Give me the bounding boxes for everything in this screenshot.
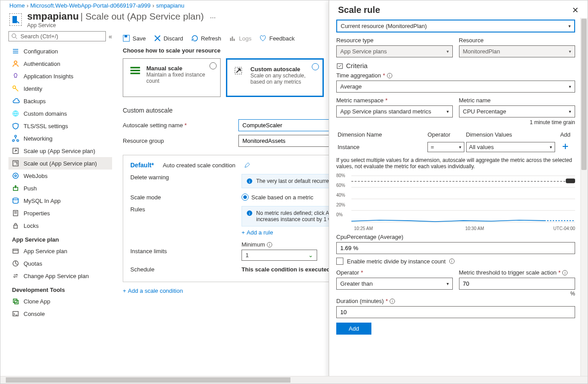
search-input[interactable]: Search (Ctrl+/) xyxy=(8,31,106,41)
duration-label: Duration (minutes) xyxy=(336,298,384,304)
save-button[interactable]: Save xyxy=(123,35,146,42)
chevron-down-icon: ▾ xyxy=(568,24,571,28)
sidebar-item-change-app-service-plan[interactable]: Change App Service plan xyxy=(8,270,112,282)
discard-icon xyxy=(154,35,161,42)
resource-dropdown[interactable]: MonitoredPlan▾ xyxy=(459,45,576,57)
enable-divide-checkbox[interactable]: Enable metric divide by instance count i xyxy=(336,258,575,265)
sidebar-item-authentication[interactable]: Authentication xyxy=(8,57,112,70)
schedule-label: Schedule xyxy=(130,266,233,273)
manual-scale-card[interactable]: Manual scale Maintain a fixed instance c… xyxy=(123,58,221,97)
minimum-input[interactable]: 1 ⌄ xyxy=(242,250,317,261)
sidebar-item-tls-ssl-settings[interactable]: TLS/SSL settings xyxy=(8,120,112,132)
sidebar-item-console[interactable]: Console xyxy=(8,307,112,320)
page-title: smpapianu xyxy=(27,11,79,22)
sidebar-item-push[interactable]: Push xyxy=(8,182,112,194)
collapse-sidebar-button[interactable]: « xyxy=(109,33,112,40)
threshold-label: Metric threshold to trigger scale action xyxy=(459,269,557,276)
autoscale-icon xyxy=(234,66,245,77)
radio-unselected-icon xyxy=(209,62,217,69)
chevron-down-icon: ▾ xyxy=(447,109,449,114)
breadcrumb-parent[interactable]: Microsoft.Web-WebApp-Portal-d0669197-a99… xyxy=(30,2,151,9)
shield-icon xyxy=(12,122,19,129)
sidebar-item-configuration[interactable]: Configuration xyxy=(8,45,112,57)
scale-mode-label: Scale mode xyxy=(130,194,233,201)
sidebar-item-label: Clone App xyxy=(24,298,50,305)
dimension-row: Instance =▾ All values▾ xyxy=(337,141,574,153)
sidebar-item-app-service-plan[interactable]: App Service plan xyxy=(8,245,112,257)
time-aggregation-dropdown[interactable]: Average▾ xyxy=(336,81,575,93)
sidebar-item-custom-domains[interactable]: Custom domains xyxy=(8,107,112,120)
chevron-down-icon: ▾ xyxy=(569,109,571,114)
condition-title[interactable]: Default* xyxy=(130,162,154,169)
discard-button[interactable]: Discard xyxy=(154,35,183,42)
person-icon xyxy=(12,60,19,67)
clone-icon xyxy=(12,298,19,305)
chevron-down-icon: ▾ xyxy=(569,84,571,89)
sidebar-item-scale-up-app-service-plan-[interactable]: Scale up (App Service plan) xyxy=(8,145,112,157)
sidebar-item-clone-app[interactable]: Clone App xyxy=(8,295,112,307)
refresh-button[interactable]: Refresh xyxy=(191,35,222,42)
key-icon xyxy=(12,85,19,92)
sidebar-item-label: Console xyxy=(24,311,45,317)
add-dimension-button[interactable] xyxy=(562,143,569,150)
sidebar-item-identity[interactable]: Identity xyxy=(8,82,112,95)
change-icon xyxy=(12,272,19,279)
operator-label: Operator xyxy=(336,269,359,276)
sidebar-item-mysql-in-app[interactable]: MySQL In App xyxy=(8,194,112,207)
breadcrumb-home[interactable]: Home xyxy=(9,2,25,9)
sidebar-item-label: Locks xyxy=(24,222,39,229)
webjobs-icon xyxy=(12,172,19,179)
duration-input[interactable] xyxy=(336,306,575,318)
metric-name-dropdown[interactable]: CPU Percentage▾ xyxy=(459,105,576,117)
horizontal-scrollbar[interactable] xyxy=(0,376,588,384)
manual-scale-icon xyxy=(129,65,141,77)
logs-button[interactable]: Logs xyxy=(229,35,251,42)
plan-icon xyxy=(12,247,19,255)
metric-readout-value[interactable] xyxy=(336,242,575,254)
scale-mode-metric-radio[interactable]: Scale based on a metric xyxy=(242,194,313,201)
metric-namespace-dropdown[interactable]: App Service plans standard metrics▾ xyxy=(336,105,453,117)
feedback-button[interactable]: Feedback xyxy=(259,35,294,42)
info-icon[interactable]: i xyxy=(387,73,392,78)
sliders-icon xyxy=(12,48,19,55)
svg-rect-0 xyxy=(12,16,17,23)
resource-group-label: Resource group xyxy=(123,137,230,144)
sidebar-item-networking[interactable]: Networking xyxy=(8,132,112,145)
sidebar-item-locks[interactable]: Locks xyxy=(8,219,112,232)
rules-label: Rules xyxy=(130,206,233,213)
svg-rect-25 xyxy=(13,299,17,303)
close-button[interactable]: ✕ xyxy=(572,5,579,15)
breadcrumb-current[interactable]: smpapianu xyxy=(156,2,185,9)
chevron-down-icon: ▾ xyxy=(550,145,552,150)
edit-icon[interactable] xyxy=(244,162,250,168)
add-rule-button[interactable]: Add xyxy=(336,323,371,335)
info-icon[interactable]: i xyxy=(449,259,455,264)
sidebar-item-quotas[interactable]: Quotas xyxy=(8,257,112,270)
refresh-icon xyxy=(191,35,198,42)
info-icon[interactable]: i xyxy=(562,270,568,275)
info-icon[interactable]: i xyxy=(390,299,395,304)
dimension-table: Dimension Name Operator Dimension Values… xyxy=(336,130,575,154)
sidebar-item-backups[interactable]: Backups xyxy=(8,95,112,107)
custom-autoscale-card[interactable]: Custom autoscale Scale on any schedule, … xyxy=(226,58,324,97)
dimension-values-dropdown[interactable]: All values▾ xyxy=(466,142,555,152)
chevron-right-icon: › xyxy=(27,2,28,9)
operator-dropdown[interactable]: Greater than▾ xyxy=(336,278,453,290)
dimension-operator-dropdown[interactable]: =▾ xyxy=(427,142,464,152)
info-icon[interactable]: i xyxy=(267,242,272,247)
sidebar-item-label: Quotas xyxy=(24,260,42,267)
threshold-input[interactable] xyxy=(459,278,576,290)
svg-rect-29 xyxy=(125,35,127,37)
metric-chart: 80% 60% 40% 20% 0% xyxy=(336,173,575,231)
metric-source-dropdown[interactable]: Current resource (MonitoredPlan)▾ xyxy=(336,20,575,32)
sidebar-item-label: Push xyxy=(24,185,37,192)
more-icon[interactable]: ⋯ xyxy=(210,14,216,21)
resource-type-dropdown[interactable]: App Service plans▾ xyxy=(336,45,453,57)
sidebar-item-properties[interactable]: Properties xyxy=(8,207,112,219)
sidebar-item-webjobs[interactable]: WebJobs xyxy=(8,170,112,182)
flyout-scrollbar[interactable] xyxy=(580,18,588,384)
page-section: Scale out (App Service plan) xyxy=(85,11,204,21)
sidebar-item-scale-out-app-service-plan-[interactable]: Scale out (App Service plan) xyxy=(8,157,112,170)
chevron-down-icon: ▾ xyxy=(569,49,571,54)
sidebar-item-application-insights[interactable]: Application Insights xyxy=(8,70,112,82)
